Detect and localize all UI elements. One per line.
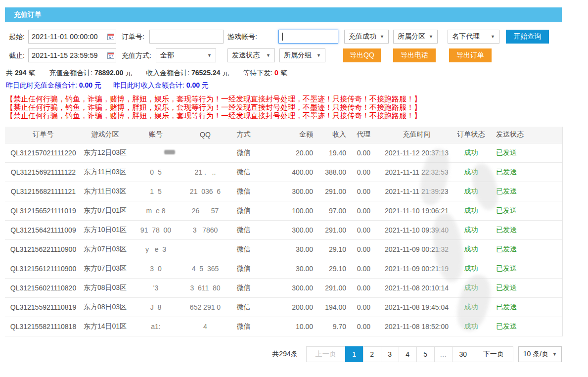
total-count: 294 [15,69,26,77]
page-button-3[interactable]: 3 [381,346,399,362]
status-badge: 成功 [455,297,487,317]
group-select[interactable]: 所属分组 ▼ [279,48,325,62]
col-account: 账号 [129,127,183,143]
calendar-icon[interactable] [107,52,114,59]
send-status-badge: 已发送 [487,162,562,182]
page-header-bar: 充值订单 [5,7,562,22]
col-time: 充值时间 [378,127,455,143]
order-no-label: 订单号: [122,30,144,44]
status-badge: 成功 [455,201,487,220]
page-title: 充值订单 [14,10,42,19]
chevron-down-icon: ▼ [552,352,557,357]
income-total-label: 收入金额合计: [146,69,189,77]
col-agent: 代理 [351,127,378,143]
table-right-divider [562,127,563,336]
table-row: QL312156421111009东方10日01区91 78 003 7860微… [5,220,562,239]
status-badge: 成功 [455,143,487,162]
page-button-30[interactable]: 30 [452,346,474,362]
next-page-button[interactable]: 下一页 [474,346,513,362]
page-size-select[interactable]: 10 条/页 ▼ [518,346,562,362]
game-account-input[interactable] [278,30,338,44]
send-status-badge: 已发送 [487,239,562,259]
send-status-badge: 已发送 [487,143,562,162]
status-badge: 成功 [455,317,487,336]
col-qq: QQ [183,127,227,143]
send-status-badge: 已发送 [487,297,562,317]
zone-select[interactable]: 所属分区 ▼ [393,30,438,44]
income-total-value: 76525.24 [191,69,220,77]
table-row: QL312156221110900东方07日03区y e 3微信30.0029.… [5,239,562,259]
chevron-down-icon: ▼ [317,53,321,58]
send-status-select[interactable]: 发送状态 ▼ [227,48,275,62]
export-phone-button[interactable]: 导出电话 [393,48,436,62]
method-label: 充值方式: [122,48,151,62]
pending-count: 0 [274,69,278,77]
start-date-label: 起始: [9,30,25,44]
table-row: QL312156121110900东方07日03区3 04 5 365微信30.… [5,259,562,278]
status-badge: 成功 [455,278,487,297]
search-button[interactable]: 开始查询 [506,30,549,44]
col-income: 收入 [319,127,351,143]
yesterday-income-value: 0.00 [186,81,200,89]
orders-table: 订单号 游戏分区 账号 QQ 方式 金额 收入 代理 充值时间 订单状态 发送状… [5,127,562,336]
table-row: QL312156821111121东方11日03区1 521 036 6微信30… [5,182,562,201]
chevron-down-icon: ▼ [266,53,271,58]
method-select[interactable]: 全部 ▼ [156,48,216,62]
yesterday-recharge-label: 昨日此时充值金额合计: [6,81,77,89]
send-status-badge: 已发送 [487,259,562,278]
table-row: QL312156021110820东方08日03区'33 611 80微信300… [5,278,562,297]
agent-select[interactable]: 名下代理 ▼ [448,30,499,44]
status-badge: 成功 [455,182,487,201]
prev-page-button[interactable]: 上一页 [306,346,346,362]
col-order-no: 订单号 [5,127,82,143]
chevron-down-icon: ▼ [207,53,212,58]
yesterday-summary-line: 昨日此时充值金额合计: 0.00 元昨日此时收入金额合计: 0.00 元 [6,81,209,90]
page-button-2[interactable]: 2 [363,346,381,362]
chevron-down-icon: ▼ [491,34,495,39]
col-send-status: 发送状态 [487,127,562,143]
status-badge: 成功 [455,220,487,239]
warning-line: 【禁止任何行骗，钓鱼，诈骗，赌博，胖妞，娱乐，套现等行为！一经发现直接封号处理，… [6,111,421,121]
table-row: QL312156521111019东方07日01区m e 826 57微信100… [5,201,562,220]
end-date-label: 截止: [9,48,25,62]
table-row: QL312155821110818东方14日01区a1:4微信10.009.70… [5,317,562,336]
calendar-icon[interactable] [107,33,114,40]
page-button-4[interactable]: 4 [399,346,417,362]
end-date-wrap [28,48,116,62]
status-badge: 成功 [455,162,487,182]
table-row: QL312156921111122东方11日03区0 521 . ..微信400… [5,162,562,182]
chevron-down-icon: ▼ [429,34,433,39]
table-row: QL312157021111220东方12日03区微信20.0019.400.0… [5,143,562,162]
send-status-badge: 已发送 [487,278,562,297]
export-order-button[interactable]: 导出订单 [449,48,492,62]
table-header-row: 订单号 游戏分区 账号 QQ 方式 金额 收入 代理 充值时间 订单状态 发送状… [5,127,562,143]
yesterday-income-label: 昨日此时收入金额合计: [113,81,184,89]
recharge-total-label: 充值金额合计: [49,69,92,77]
status-badge: 成功 [455,239,487,259]
yesterday-recharge-value: 0.00 [79,81,92,89]
start-date-input[interactable] [28,30,116,44]
send-status-badge: 已发送 [487,220,562,239]
text-caret [282,33,283,41]
col-order-status: 订单状态 [455,127,487,143]
page-button-5[interactable]: 5 [416,346,435,362]
page-ellipsis[interactable]: … [434,346,452,362]
start-date-wrap [28,30,116,44]
send-status-badge: 已发送 [487,201,562,220]
send-status-badge: 已发送 [487,182,562,201]
game-account-label: 游戏帐号: [227,30,257,44]
recharge-total-value: 78892.00 [94,69,123,77]
send-status-badge: 已发送 [487,317,562,336]
col-method: 方式 [227,127,260,143]
table-row: QL312155921110819东方08日03区J 8652 291 0微信2… [5,297,562,317]
pagination-total: 共294条 [272,350,297,359]
summary-line: 共 294 笔充值金额合计: 78892.00 元收入金额合计: 76525.2… [6,69,287,78]
order-no-input[interactable] [149,30,224,44]
recharge-status-select[interactable]: 充值成功 ▼ [344,30,389,44]
end-date-input[interactable] [28,48,116,62]
col-amount: 金额 [260,127,319,143]
page-button-1[interactable]: 1 [345,346,363,362]
export-qq-button[interactable]: 导出QQ [343,48,381,62]
pagination: 共294条 上一页 1 2 3 4 5 … 30 下一页 10 条/页 ▼ [272,346,562,362]
status-badge: 成功 [455,259,487,278]
